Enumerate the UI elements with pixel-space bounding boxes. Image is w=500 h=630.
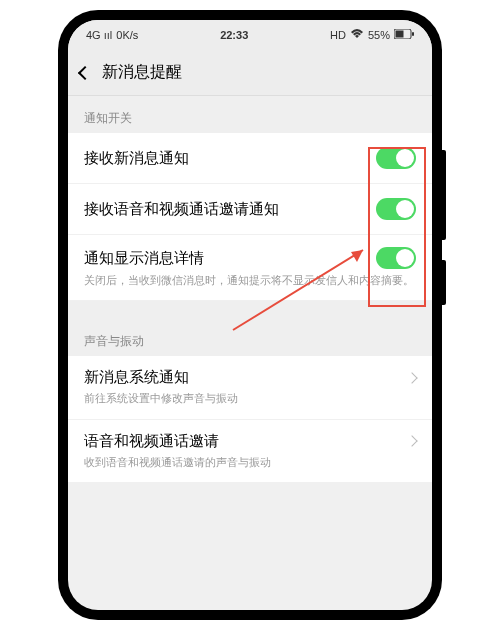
setting-label: 新消息系统通知 — [84, 368, 189, 387]
chevron-right-icon — [406, 372, 417, 383]
setting-receive-call-invite[interactable]: 接收语音和视频通话邀请通知 — [68, 184, 432, 235]
side-button — [442, 260, 446, 305]
setting-label: 接收语音和视频通话邀请通知 — [84, 200, 279, 219]
setting-sublabel: 收到语音和视频通话邀请的声音与振动 — [84, 455, 271, 470]
net-speed: 0K/s — [116, 29, 138, 41]
battery-icon — [394, 29, 414, 41]
setting-receive-new-message[interactable]: 接收新消息通知 — [68, 133, 432, 184]
toggle-switch[interactable] — [376, 247, 416, 269]
setting-label: 通知显示消息详情 — [84, 249, 204, 268]
signal-indicator: 4G ııl — [86, 29, 112, 41]
wifi-icon — [350, 29, 364, 41]
section-header-sound: 声音与振动 — [68, 319, 432, 356]
nav-bar: 新消息提醒 — [68, 50, 432, 96]
page-title: 新消息提醒 — [102, 62, 182, 83]
toggle-switch[interactable] — [376, 198, 416, 220]
status-time: 22:33 — [220, 29, 248, 41]
setting-call-invite-sound[interactable]: 语音和视频通话邀请 收到语音和视频通话邀请的声音与振动 — [68, 420, 432, 483]
setting-sublabel: 前往系统设置中修改声音与振动 — [84, 391, 238, 406]
section-header-notify: 通知开关 — [68, 96, 432, 133]
setting-system-notify[interactable]: 新消息系统通知 前往系统设置中修改声音与振动 — [68, 356, 432, 419]
setting-label: 语音和视频通话邀请 — [84, 432, 219, 451]
setting-sublabel: 关闭后，当收到微信消息时，通知提示将不显示发信人和内容摘要。 — [84, 273, 414, 288]
back-icon[interactable] — [78, 65, 92, 79]
settings-content: 通知开关 接收新消息通知 接收语音和视频通话邀请通知 通知显示消息详情 关闭后，… — [68, 96, 432, 483]
battery-percent: 55% — [368, 29, 390, 41]
svg-rect-1 — [396, 31, 404, 38]
svg-rect-2 — [412, 32, 414, 36]
hd-indicator: HD — [330, 29, 346, 41]
side-button — [442, 150, 446, 240]
toggle-switch[interactable] — [376, 147, 416, 169]
phone-frame: 4G ııl 0K/s 22:33 HD 55% 新消息提醒 通知开关 — [58, 10, 442, 620]
setting-label: 接收新消息通知 — [84, 149, 189, 168]
chevron-right-icon — [406, 436, 417, 447]
setting-show-detail[interactable]: 通知显示消息详情 关闭后，当收到微信消息时，通知提示将不显示发信人和内容摘要。 — [68, 235, 432, 301]
screen: 4G ııl 0K/s 22:33 HD 55% 新消息提醒 通知开关 — [68, 20, 432, 610]
status-bar: 4G ııl 0K/s 22:33 HD 55% — [68, 20, 432, 50]
